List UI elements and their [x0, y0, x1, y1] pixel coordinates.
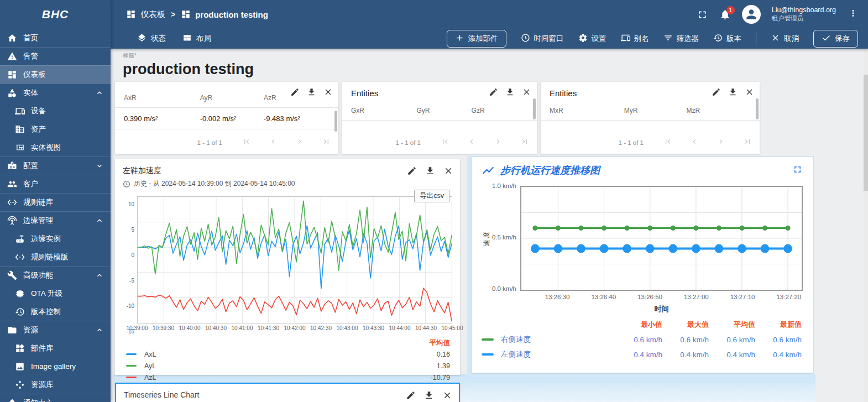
previous-page-button[interactable] [690, 137, 699, 148]
sidebar-item-entities[interactable]: 实体 [0, 83, 111, 102]
assets-icon [14, 124, 25, 135]
last-page-button[interactable] [743, 137, 752, 148]
close-widget-icon[interactable] [442, 390, 452, 400]
widget-scrollbar-thumb[interactable] [756, 98, 759, 119]
versions-button[interactable]: 版本 [713, 33, 741, 44]
sidebar-item-alarms[interactable]: 告警 [0, 47, 111, 65]
download-widget-icon[interactable] [424, 390, 434, 400]
chevron-up-icon[interactable] [95, 326, 104, 337]
column-header[interactable]: GxR [351, 107, 416, 114]
toolbar-tab-states[interactable]: 状态 [137, 33, 166, 44]
column-header[interactable]: GyR [416, 107, 471, 114]
cancel-button[interactable]: 取消 [771, 33, 799, 44]
legend-row[interactable]: AyL1.39 [126, 360, 450, 372]
sidebar-item-rule-chain-templates[interactable]: 规则链模版 [0, 248, 111, 266]
breadcrumb-dashboards[interactable]: 仪表板 [126, 9, 165, 20]
sidebar-item-widgets-library[interactable]: 部件库 [0, 339, 111, 357]
first-page-button[interactable] [441, 137, 449, 148]
toolbar-tab-layouts[interactable]: 布局 [182, 33, 211, 44]
legend-row[interactable]: 右侧速度 [482, 335, 616, 344]
settings-button[interactable]: 设置 [578, 33, 606, 44]
column-header[interactable]: MxR [550, 107, 624, 114]
edit-widget-icon[interactable] [489, 87, 498, 99]
sidebar-item-resources[interactable]: 资源 [0, 321, 111, 339]
alarm-icon [7, 51, 18, 62]
x-tick-label: 13:26:40 [591, 294, 616, 300]
sidebar-item-customers[interactable]: 客户 [0, 175, 111, 193]
timewindow-subtitle[interactable]: 历史 - 从 2024-05-14 10:39:00 到 2024-05-14 … [123, 179, 452, 189]
export-csv-button[interactable]: 导出csv [414, 190, 449, 202]
sidebar-item-assets[interactable]: 资产 [0, 120, 111, 138]
close-widget-icon[interactable] [323, 87, 333, 99]
legend-row[interactable]: AxL0.16 [126, 348, 450, 360]
user-info[interactable]: Liu@thingsboard.org 租户管理员 [772, 6, 836, 23]
next-page-button[interactable] [717, 137, 725, 148]
chevron-up-icon[interactable] [95, 271, 104, 282]
close-widget-icon[interactable] [443, 166, 453, 176]
sidebar-item-edge-instances[interactable]: 边缘实例 [0, 229, 111, 248]
user-avatar[interactable] [742, 5, 761, 24]
sidebar-item-devices[interactable]: 设备 [0, 102, 111, 120]
add-widget-button[interactable]: 添加部件 [447, 30, 506, 48]
notifications-button[interactable]: 1 [719, 9, 731, 20]
close-widget-icon[interactable] [745, 87, 754, 99]
dashboard-title-field[interactable]: 标题* production testing [123, 52, 254, 78]
edit-widget-icon[interactable] [290, 87, 300, 99]
previous-page-button[interactable] [269, 137, 278, 148]
column-header[interactable]: GzR [472, 107, 528, 114]
save-button[interactable]: 保存 [813, 30, 858, 48]
legend-row[interactable]: 左侧速度 [482, 349, 616, 359]
table-row[interactable]: 0.390 m/s²-0.002 m/s²-9.483 m/s² [115, 114, 338, 123]
widget-scrollbar-thumb[interactable] [334, 111, 337, 132]
page-title: production testing [123, 61, 254, 78]
next-page-button[interactable] [494, 137, 503, 148]
edit-widget-icon[interactable] [406, 390, 416, 400]
first-page-button[interactable] [663, 137, 672, 148]
widget-scrollbar-thumb[interactable] [533, 98, 536, 119]
close-widget-icon[interactable] [522, 87, 531, 99]
sidebar-item-profiles[interactable]: 配置 [0, 156, 111, 175]
sidebar-item-rule-chains[interactable]: 规则链库 [0, 193, 111, 211]
previous-page-button[interactable] [467, 137, 476, 148]
last-page-button[interactable] [520, 137, 529, 148]
column-header[interactable]: MyR [624, 107, 687, 114]
sidebar-item-image-gallery[interactable]: Image gallery [0, 357, 111, 375]
sidebar-item-version-control[interactable]: 版本控制 [0, 302, 111, 321]
dashboards-icon [181, 9, 191, 19]
sidebar-item-notification-center[interactable]: 通知中心 [0, 394, 111, 402]
more-menu-button[interactable] [847, 8, 859, 20]
x-tick-label: 13:27:20 [776, 294, 801, 300]
breadcrumb-current-dashboard[interactable]: production testing [181, 9, 268, 19]
download-widget-icon[interactable] [728, 87, 738, 99]
column-header[interactable]: AxR [124, 94, 200, 102]
filters-button[interactable]: 筛选器 [663, 33, 699, 44]
edit-widget-icon[interactable] [407, 166, 417, 176]
sidebar-item-home[interactable]: 首页 [0, 29, 111, 47]
column-header[interactable]: AyR [200, 94, 264, 102]
aliases-button[interactable]: 别名 [621, 33, 649, 44]
edit-widget-icon[interactable] [712, 87, 721, 99]
chevron-up-icon[interactable] [95, 216, 104, 227]
next-page-button[interactable] [295, 137, 304, 148]
last-page-button[interactable] [322, 137, 331, 148]
download-widget-icon[interactable] [505, 87, 515, 99]
sidebar-item-advanced-features[interactable]: 高级功能 [0, 266, 111, 284]
sidebar-item-dashboards[interactable]: 仪表板 [0, 65, 111, 83]
chevron-down-icon[interactable] [95, 161, 104, 173]
legend-row[interactable]: AzL-10.79 [126, 372, 450, 383]
chevron-up-icon[interactable] [95, 88, 104, 100]
download-widget-icon[interactable] [307, 87, 316, 99]
sidebar-item-entity-views[interactable]: 实体视图 [0, 138, 111, 156]
download-widget-icon[interactable] [425, 166, 435, 176]
sidebar-item-ota-updates[interactable]: OTA 升级 [0, 284, 111, 302]
page-scrollbar[interactable] [864, 49, 868, 402]
time-window-button[interactable]: 时间窗口 [521, 33, 564, 44]
expand-widget-button[interactable] [792, 164, 803, 177]
first-page-button[interactable] [242, 137, 251, 148]
sidebar-item-edge-management[interactable]: 边缘管理 [0, 211, 111, 229]
column-header[interactable]: MzR [687, 107, 751, 114]
dashboards-icon [7, 69, 18, 80]
fullscreen-button[interactable] [697, 9, 708, 20]
sidebar-item-resource-library[interactable]: 资源库 [0, 375, 111, 394]
scrollbar-thumb[interactable] [864, 75, 868, 191]
